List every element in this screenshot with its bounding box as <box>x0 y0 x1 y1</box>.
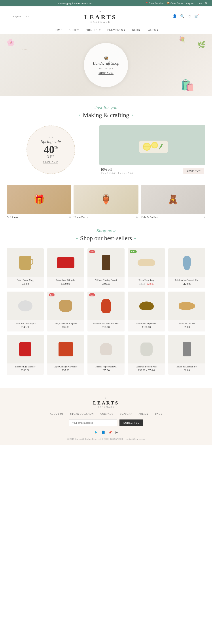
product-card-tricycle[interactable]: Motorized Tricycle £100.00 <box>47 248 84 288</box>
nav-blog[interactable]: BLOG <box>132 28 140 32</box>
home-icon: 🏺 <box>100 194 112 205</box>
product-pots-name: Abstract Folded Pots <box>130 365 163 368</box>
banner-close-icon[interactable]: ✕ <box>205 1 207 5</box>
product-card-popcorn[interactable]: Kernel Popcorn Bowl £35.00 <box>87 335 125 375</box>
category-home-decor[interactable]: 🏺 Home Decor 14 <box>74 185 138 219</box>
product-teapot-price: £140.00 <box>9 326 42 329</box>
product-card-tray[interactable]: 37% Pizza Plate Tray £36.00 £23.00 <box>128 248 165 288</box>
footer-subscribe-btn[interactable]: SUBSCRIBE <box>119 420 143 426</box>
language-select[interactable]: English <box>186 2 193 5</box>
promo-discount-sub: YOUR NEXT PURCHASE <box>100 172 133 174</box>
youtube-icon[interactable]: ▶ <box>115 430 118 434</box>
product-vase-price: £120.00 <box>170 282 203 286</box>
footer-logo-sub: HANDMADE <box>7 406 205 408</box>
hero-shop-now-btn[interactable]: SHOP NOW <box>99 72 113 74</box>
shop-now-cursive: Shop now <box>0 228 212 234</box>
product-card-brush[interactable]: Brush & Dustpan Set £9.00 <box>168 335 205 375</box>
product-mug-info: Boho Beard Mug £35.00 <box>7 277 44 288</box>
nav-home[interactable]: HOME <box>54 28 62 32</box>
category-home-footer: Home Decor 14 <box>74 216 138 219</box>
category-kids-babies[interactable]: 🧸 Kids & Babies 6 <box>141 185 205 219</box>
cart-icon[interactable]: 🛒 <box>194 14 199 18</box>
footer-nav-contact[interactable]: CONTACT <box>100 412 113 415</box>
promo-right-shop-btn[interactable]: SHOP NOW <box>183 168 204 174</box>
product-card-fox[interactable]: hot Decorative Christmas Fox £50.00 <box>87 292 125 332</box>
hero-title: Handicraft Shop <box>93 61 119 66</box>
product-tray-old-price: £36.00 <box>139 282 145 285</box>
promo-right-text: 10% off YOUR NEXT PURCHASE <box>100 168 133 174</box>
currency-select-header[interactable]: USD <box>24 15 29 18</box>
making-crafting-heading: » Making & crafting « <box>0 112 212 119</box>
footer: ✦ LEARTS HANDMADE ABOUT US STORE LOCATIO… <box>0 388 212 444</box>
footer-nav-about[interactable]: ABOUT US <box>50 412 64 415</box>
product-bowl-image <box>128 292 165 320</box>
category-gift-image: 🎁 <box>7 185 71 214</box>
product-brush-name: Brush & Dustpan Set <box>170 365 203 368</box>
promo-right: 10% off YOUR NEXT PURCHASE SHOP NOW <box>99 125 205 174</box>
product-fish-image <box>168 292 205 320</box>
product-bowl-info: Aluminum Equestrian £100.00 <box>128 320 165 332</box>
product-board-image: hot <box>87 248 125 277</box>
product-popcorn-image <box>87 335 125 364</box>
leaf-left-icon: » <box>79 113 81 118</box>
svg-point-7 <box>152 143 157 148</box>
header-top: English | USD ✦ LEARTS HANDMADE 👤 🔍 ♡ 🛒 <box>7 6 205 26</box>
product-playhouse-info: Cape Cottage Playhouse £35.00 <box>47 364 84 375</box>
gift-icon: 🎁 <box>34 194 45 205</box>
product-fish-info: Fish Cut Out Set £9.00 <box>168 320 205 332</box>
product-card-mug[interactable]: Boho Beard Mug £35.00 <box>7 248 44 288</box>
footer-nav: ABOUT US STORE LOCATION CONTACT SUPPORT … <box>7 412 205 415</box>
footer-nav-support[interactable]: SUPPORT <box>120 412 132 415</box>
facebook-icon[interactable]: 📘 <box>101 430 105 434</box>
product-board-price: £100.00 <box>90 282 122 286</box>
nav-project[interactable]: PROJECT ▾ <box>85 28 100 32</box>
twitter-icon[interactable]: 🐦 <box>94 430 98 434</box>
shop-now-heading: » Shop our best-sellers « <box>0 235 212 242</box>
main-nav: HOME SHOP ▾ PROJECT ▾ ELEMENTS ▾ BLOG PA… <box>0 26 212 34</box>
lang-select[interactable]: English <box>13 15 21 18</box>
product-card-teapot[interactable]: Clear Silicone Teapot £140.00 <box>7 292 44 332</box>
promo-circle-shop-btn[interactable]: SHOP NOW <box>43 160 58 164</box>
product-mixer-image <box>7 335 44 364</box>
footer-subscribe: SUBSCRIBE <box>7 420 205 426</box>
user-icon[interactable]: 👤 <box>172 14 177 18</box>
nav-pages[interactable]: PAGES ▾ <box>147 28 158 32</box>
nav-shop[interactable]: SHOP ▾ <box>69 28 79 32</box>
making-crafting-section: Just for you » Making & crafting « <box>0 96 212 123</box>
header-logo[interactable]: ✦ LEARTS HANDMADE <box>84 8 117 24</box>
leaf-right-icon: « <box>131 113 133 118</box>
product-card-bowl[interactable]: Aluminum Equestrian £100.00 <box>128 292 165 332</box>
product-tray-sale-price: £23.00 <box>147 282 154 286</box>
search-icon[interactable]: 🔍 <box>180 14 185 18</box>
category-home-name: Home Decor <box>74 216 88 219</box>
category-kids-count: 6 <box>204 216 205 218</box>
category-kids-image: 🧸 <box>141 185 205 214</box>
product-elephant-info: Lucky Wooden Elephant £35.00 <box>47 320 84 332</box>
store-location-link[interactable]: 📍 Store Location <box>145 2 163 5</box>
wishlist-icon[interactable]: ♡ <box>188 14 191 18</box>
product-card-fish[interactable]: Fish Cut Out Set £9.00 <box>168 292 205 332</box>
footer-logo: ✦ LEARTS HANDMADE <box>7 397 205 408</box>
pinterest-icon[interactable]: 📌 <box>108 430 112 434</box>
product-card-elephant[interactable]: hot Lucky Wooden Elephant £35.00 <box>47 292 84 332</box>
category-gift-ideas[interactable]: 🎁 Gift ideas 18 <box>7 185 71 219</box>
category-gift-footer: Gift ideas 18 <box>7 216 71 219</box>
footer-email-input[interactable] <box>69 420 117 426</box>
nav-elements[interactable]: ELEMENTS ▾ <box>107 28 125 32</box>
footer-nav-policy[interactable]: POLICY <box>138 412 149 415</box>
footer-nav-store[interactable]: STORE LOCATION <box>70 412 94 415</box>
product-card-playhouse[interactable]: Cape Cottage Playhouse £35.00 <box>47 335 84 375</box>
footer-nav-faqs[interactable]: FAQS <box>155 412 162 415</box>
product-card-mixer[interactable]: Electric Egg Blender £300.00 <box>7 335 44 375</box>
product-card-pots[interactable]: Abstract Folded Pots £50.00 - £35.00 <box>128 335 165 375</box>
spring-sale-circle: ✦ ✦ Spring sale 40 % OFF SHOP NOW <box>27 126 75 174</box>
product-tray-price: £36.00 £23.00 <box>130 282 163 286</box>
product-card-vase[interactable]: Minimalist Ceramic Pot £120.00 <box>168 248 205 288</box>
currency-select[interactable]: USD <box>197 2 202 5</box>
product-card-board[interactable]: hot Walnut Cutting Board £100.00 <box>87 248 125 288</box>
board-shape <box>102 255 110 270</box>
hero-subtitle: Just for you <box>99 67 113 70</box>
order-status-link[interactable]: 📦 Order Status <box>167 2 183 5</box>
product-tricycle-price: £100.00 <box>49 282 82 286</box>
product-tricycle-info: Motorized Tricycle £100.00 <box>47 277 84 288</box>
